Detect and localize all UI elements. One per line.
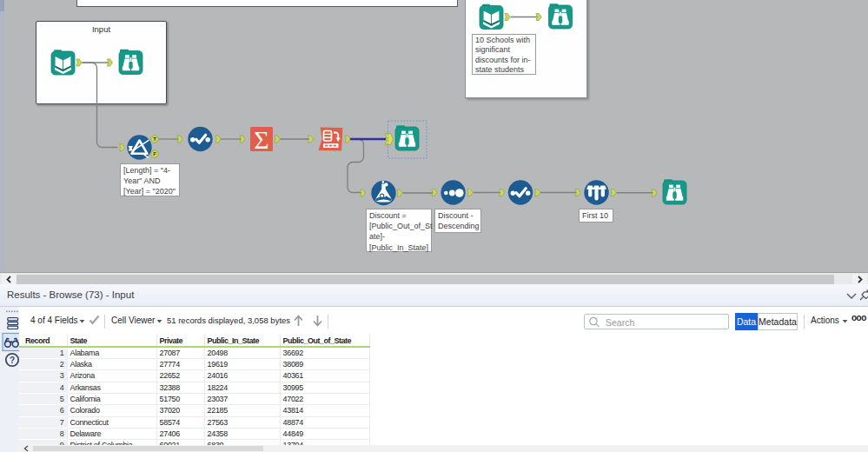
svg-text:T: T bbox=[153, 136, 156, 142]
svg-text:?: ? bbox=[10, 356, 15, 365]
svg-text:F: F bbox=[153, 151, 156, 156]
svg-text:Σ: Σ bbox=[254, 125, 268, 154]
